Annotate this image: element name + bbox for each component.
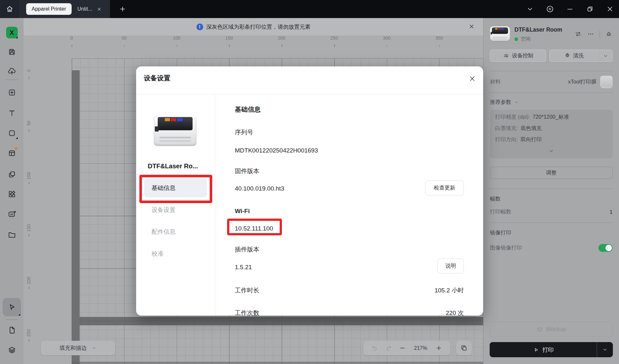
recommended-params-card: 打印精度 (dpi):720*1200_标准 白墨填充:底色填充 打印方向:双向… (490, 110, 613, 158)
fill-stroke-button[interactable]: 填充和描边 (41, 341, 115, 355)
clean-dropdown-button[interactable] (598, 50, 613, 62)
ruler-v-label: 150 (26, 223, 31, 232)
tool-save[interactable] (5, 45, 18, 58)
tab-apparel-printer[interactable]: Apparel Printer (26, 3, 72, 15)
nav-item-basic-info[interactable]: 基础信息 (144, 178, 207, 197)
colorbar-print-zone-horizontal (80, 317, 483, 325)
nav-item-calibration[interactable]: 校准 (152, 250, 164, 258)
tab-label: Apparel Printer (32, 6, 66, 12)
ruler-tick (124, 44, 125, 47)
copy-pages-icon (460, 344, 468, 352)
nav-item-accessory-info[interactable]: 配件信息 (152, 228, 175, 236)
mockup-button[interactable]: Mockup (490, 322, 613, 337)
status-badge: 空闲 (521, 36, 531, 43)
firmware-value: 40.100.019.00.ht3 (235, 185, 284, 192)
serial-label: 序列号 (235, 128, 253, 137)
mirror-toggle[interactable] (598, 244, 613, 252)
expand-params-button[interactable] (495, 147, 607, 156)
tool-add-panel[interactable] (5, 86, 18, 99)
ruler-v-label: 50 (26, 119, 31, 128)
mirror-section-title: 镜像打印 (490, 229, 613, 236)
ruler-h-label: 0 (67, 35, 76, 41)
ruler-tick (29, 339, 29, 342)
ruler-v-label: 100 (26, 171, 31, 180)
minimize-icon[interactable] (566, 5, 574, 13)
undo-icon[interactable] (371, 345, 378, 351)
tool-xtool-logo[interactable]: X (5, 26, 18, 39)
work-count-label: 工作次数 (235, 309, 259, 316)
tool-apps-grid[interactable] (5, 187, 18, 201)
material-thumbnail[interactable] (600, 76, 613, 88)
template-icon (8, 149, 16, 157)
tool-folder[interactable] (5, 228, 18, 241)
tool-cloud-upload[interactable] (5, 64, 18, 78)
tool-text-tool[interactable] (5, 106, 18, 120)
chevron-down-icon[interactable] (526, 5, 534, 13)
tool-shape-tool[interactable] (5, 126, 18, 140)
tool-template[interactable] (5, 146, 18, 160)
divider (215, 94, 216, 316)
mirror-row: 图像镜像打印 (490, 244, 613, 252)
canvas-bottom-edge (72, 362, 483, 364)
device-settings-modal: 设备设置 DTF&Laser Ro... 基础信息 设备设置 配件信息 校准 基… (136, 66, 483, 316)
zoom-level: 217% (413, 345, 428, 351)
notification-close-icon[interactable] (468, 23, 475, 30)
work-count-value: 220 次 (446, 309, 464, 316)
check-update-button[interactable]: 检查更新 (425, 181, 464, 195)
print-dropdown-button[interactable] (597, 342, 613, 357)
ruler-tick (29, 182, 29, 184)
tab-untitled[interactable]: Untit... (72, 6, 105, 12)
device-panel: DTF&Laser Room 空闲 设备控制 清洗 (483, 18, 619, 364)
wifi-label: Wi-Fi (235, 208, 250, 215)
chevron-down-icon (603, 53, 608, 59)
device-control-button[interactable]: 设备控制 (490, 50, 546, 62)
notification-text: 深灰色区域为彩条打印位置，请勿放置元素 (206, 23, 311, 31)
section-title: 基础信息 (235, 105, 261, 114)
ruler-v-label: 0 (26, 66, 31, 75)
home-button[interactable] (0, 0, 19, 18)
close-icon[interactable] (606, 5, 614, 13)
pause-circle-icon[interactable] (546, 5, 554, 13)
params-section-title: 推荐参数 (490, 99, 613, 106)
redo-icon[interactable] (385, 345, 392, 351)
zoom-in-icon[interactable] (435, 345, 442, 351)
clean-button[interactable]: 清洗 (549, 50, 598, 62)
collapse-panel-icon[interactable] (605, 30, 613, 38)
print-width-row: 打印幅数 1 (490, 208, 613, 215)
tab-close-icon[interactable] (97, 7, 102, 12)
switch-device-icon[interactable] (574, 30, 582, 38)
duplicate-icon (8, 170, 16, 179)
adjust-button[interactable]: 调整 (490, 167, 613, 179)
chevron-down-icon[interactable] (514, 100, 519, 105)
new-tab-button[interactable] (119, 0, 126, 18)
window-controls (526, 0, 619, 18)
firmware-label: 固件版本 (235, 167, 259, 175)
shape-tool-icon (8, 129, 16, 137)
tool-document[interactable] (5, 323, 18, 337)
nav-item-device-settings[interactable]: 设备设置 (152, 206, 175, 214)
restore-icon[interactable] (586, 5, 594, 13)
select-tool-icon (8, 303, 16, 311)
param-label: 打印方向: (495, 136, 518, 143)
tool-select-tool[interactable] (3, 298, 21, 316)
print-button[interactable]: 打印 (490, 342, 613, 357)
ruler-h-label: 100 (172, 35, 181, 41)
tool-duplicate[interactable] (5, 168, 18, 181)
ruler-h-label: 300 (382, 35, 391, 41)
ruler-tick (29, 129, 29, 132)
tab-label: Untit... (77, 6, 92, 12)
plugin-doc-button[interactable]: 说明 (437, 259, 464, 273)
tool-layers[interactable] (5, 343, 18, 357)
more-options-icon[interactable] (587, 30, 594, 38)
tool-ai-image[interactable]: AI (5, 207, 18, 221)
ruler-tick (439, 44, 440, 47)
modal-close-icon[interactable] (468, 75, 476, 83)
ruler-tick (29, 234, 29, 237)
ruler-h-label: 350 (435, 35, 444, 41)
colorbar-print-zone (72, 70, 80, 364)
duplicate-canvas-button[interactable] (456, 341, 472, 355)
zoom-out-icon[interactable] (399, 345, 406, 351)
param-label: 打印精度 (dpi): (495, 113, 530, 121)
ruler-h-label: 50 (120, 35, 129, 41)
device-header: DTF&Laser Room 空闲 (490, 26, 613, 43)
